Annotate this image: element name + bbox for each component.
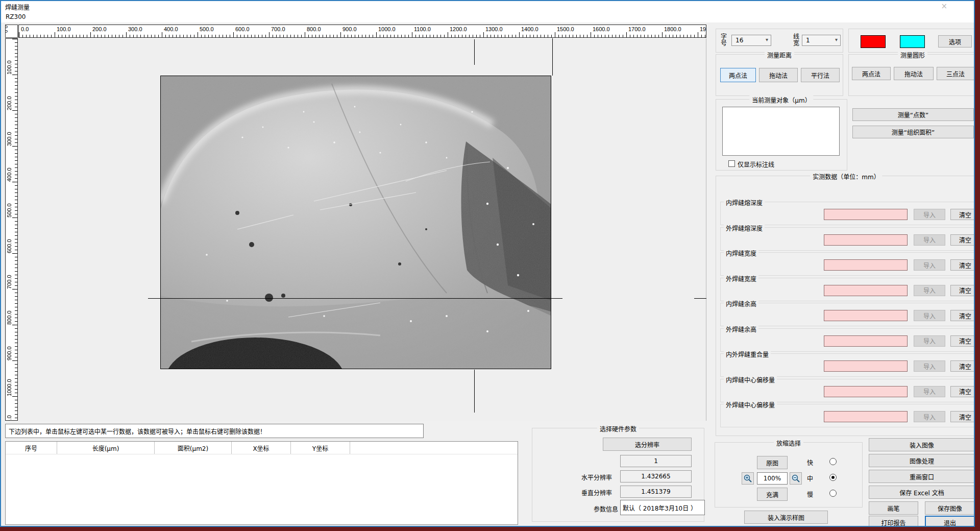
measure-object-listbox[interactable] xyxy=(722,107,840,156)
fit-button[interactable]: 充满 xyxy=(757,488,788,501)
param-info-field[interactable]: 默认（ 2018年3月10日 ） xyxy=(620,500,705,515)
clear-button[interactable]: 清空 xyxy=(950,209,975,220)
measure-area-button[interactable]: 测量“组织面积” xyxy=(852,126,974,138)
clear-button[interactable]: 清空 xyxy=(950,335,975,347)
measurement-label: 外焊缝中心偏移量 xyxy=(724,400,777,409)
clear-button[interactable]: 清空 xyxy=(950,386,975,397)
distance-parallel-button[interactable]: 平行法 xyxy=(801,68,840,82)
weld-sample-image[interactable] xyxy=(160,76,551,369)
results-table[interactable]: 序号长度(μm)面积(μm2)X坐标Y坐标 xyxy=(5,441,518,525)
import-button[interactable]: 导入 xyxy=(914,209,945,220)
weld-photo-graphic xyxy=(161,76,551,369)
measurement-row: 内外焊缝重合量 导入 清空 xyxy=(720,353,974,377)
speed-fast-radio[interactable] xyxy=(829,458,837,465)
clear-button[interactable]: 清空 xyxy=(950,360,975,372)
ruler-label: 900.0 xyxy=(6,334,13,360)
pen-style-group: 字号 16 ▾ 线宽 1 ▾ xyxy=(716,29,843,53)
import-button[interactable]: 导入 xyxy=(914,259,945,271)
current-object-group: 当前测量对象（μm） 仅显示标注线 xyxy=(716,99,847,171)
measurement-value-input[interactable] xyxy=(824,209,908,220)
ruler-label: 1700.0 xyxy=(628,26,646,32)
save-image-button[interactable]: 保存图像 xyxy=(925,501,975,515)
font-size-select[interactable]: 16 ▾ xyxy=(731,35,771,46)
zoom-out-icon[interactable] xyxy=(790,472,802,485)
ruler-label: 300.0 xyxy=(6,119,13,146)
ruler-origin-box: 0.0 xyxy=(5,25,18,38)
ruler-label: 1600.0 xyxy=(593,26,610,32)
line-width-select[interactable]: 1 ▾ xyxy=(802,35,841,46)
clear-button[interactable]: 清空 xyxy=(950,310,975,321)
measurement-value-input[interactable] xyxy=(824,360,908,372)
options-button[interactable]: 选项 xyxy=(938,35,972,47)
import-button[interactable]: 导入 xyxy=(914,310,945,321)
ruler-label: 300.0 xyxy=(128,26,142,32)
measurement-row: 内焊缝中心偏移量 导入 清空 xyxy=(720,379,974,402)
import-button[interactable]: 导入 xyxy=(914,411,945,422)
measurement-value-input[interactable] xyxy=(824,411,908,422)
measurement-label: 内外焊缝重合量 xyxy=(724,350,771,358)
process-image-button[interactable]: 图像处理 xyxy=(869,454,975,467)
exit-button[interactable]: 退出 xyxy=(925,516,975,527)
measure-guide-vertical-bottom xyxy=(474,370,475,413)
font-size-label: 字号 xyxy=(720,34,727,47)
horizontal-ruler: 0.0100.0200.0300.0400.0500.0600.0700.080… xyxy=(18,25,706,38)
circle-drag-button[interactable]: 拖动法 xyxy=(894,67,934,80)
ruler-label: 800.0 xyxy=(307,26,321,32)
results-table-header: 面积(μm2) xyxy=(155,442,232,454)
import-button[interactable]: 导入 xyxy=(914,285,945,296)
clear-button[interactable]: 清空 xyxy=(950,411,975,422)
measure-guide-vertical-top xyxy=(474,39,475,65)
horizontal-resolution-field: 1.432665 xyxy=(620,470,692,482)
measurement-value-input[interactable] xyxy=(824,259,908,271)
circle-two-point-button[interactable]: 两点法 xyxy=(852,67,891,80)
close-icon[interactable]: × xyxy=(941,2,947,11)
speed-medium-radio[interactable] xyxy=(829,474,837,481)
redraw-window-button[interactable]: 重画窗口 xyxy=(869,470,975,483)
results-table-header-row: 序号长度(μm)面积(μm2)X坐标Y坐标 xyxy=(6,442,518,454)
select-resolution-button[interactable]: 选分辨率 xyxy=(603,438,692,451)
measurement-label: 内焊缝熔深度 xyxy=(724,198,765,207)
id-field: 1 xyxy=(620,455,692,467)
measurement-value-input[interactable] xyxy=(824,234,908,246)
measurement-value-input[interactable] xyxy=(824,285,908,296)
measurement-label: 外焊缝余高 xyxy=(724,325,758,333)
distance-drag-button[interactable]: 拖动法 xyxy=(759,68,798,82)
ruler-label: 1300.0 xyxy=(485,26,503,32)
measurement-label: 外焊缝熔深度 xyxy=(724,224,765,232)
load-demo-image-button[interactable]: 装入演示样图 xyxy=(744,511,828,524)
measure-guide-horizontal xyxy=(148,298,562,299)
original-size-button[interactable]: 原图 xyxy=(757,456,788,469)
distance-two-point-button[interactable]: 两点法 xyxy=(720,68,756,82)
menu-item-rz300[interactable]: RZ300 xyxy=(6,13,26,20)
ruler-label: 1800.0 xyxy=(664,26,681,32)
ruler-label: 900.0 xyxy=(342,26,357,32)
primary-color-swatch[interactable] xyxy=(861,35,886,48)
titlebar: 焊缝测量 × xyxy=(1,1,974,12)
measurement-value-input[interactable] xyxy=(824,386,908,397)
secondary-color-swatch[interactable] xyxy=(900,35,925,48)
measurement-value-input[interactable] xyxy=(824,335,908,347)
import-button[interactable]: 导入 xyxy=(914,386,945,397)
speed-slow-radio[interactable] xyxy=(829,490,837,497)
measurement-row: 外焊缝余高 导入 清空 xyxy=(720,328,974,352)
import-button[interactable]: 导入 xyxy=(914,234,945,246)
import-button[interactable]: 导入 xyxy=(914,360,945,372)
print-report-button[interactable]: 打印报告 xyxy=(869,516,918,527)
zoom-value-field[interactable]: 100% xyxy=(757,472,788,485)
ruler-label: 500.0 xyxy=(200,26,214,32)
pen-button[interactable]: 画笔 xyxy=(869,501,918,515)
measure-points-button[interactable]: 测量“点数” xyxy=(852,108,974,121)
import-button[interactable]: 导入 xyxy=(914,335,945,347)
show-only-lines-checkbox[interactable] xyxy=(728,160,735,167)
measurement-value-input[interactable] xyxy=(824,310,908,321)
clear-button[interactable]: 清空 xyxy=(950,234,975,246)
horizontal-resolution-label: 水平分辨率 xyxy=(581,473,612,481)
clear-button[interactable]: 清空 xyxy=(950,259,975,271)
ruler-label: 200.0 xyxy=(92,26,107,32)
save-excel-button[interactable]: 保存 Excel 文档 xyxy=(869,486,975,499)
clear-button[interactable]: 清空 xyxy=(950,285,975,296)
load-image-button[interactable]: 装入图像 xyxy=(869,438,975,451)
circle-three-point-button[interactable]: 三点法 xyxy=(937,67,974,80)
zoom-in-icon[interactable] xyxy=(742,472,754,485)
measurement-label: 内焊缝宽度 xyxy=(724,249,758,257)
